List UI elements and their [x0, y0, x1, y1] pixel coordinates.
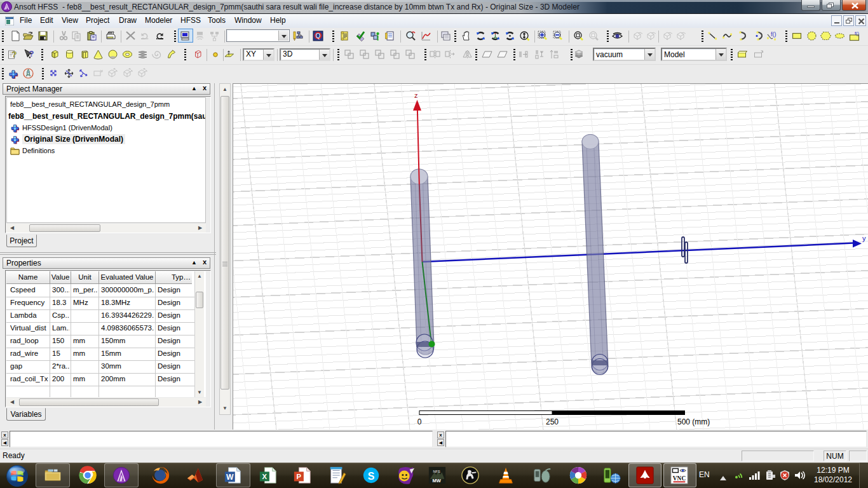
svg-text:z: z [414, 92, 418, 99]
svg-text:Q: Q [316, 32, 321, 39]
svg-text:?: ? [29, 49, 34, 58]
svg-text:500 (mm): 500 (mm) [677, 417, 710, 426]
svg-text:NFS: NFS [433, 470, 440, 473]
svg-text:X: X [262, 473, 268, 480]
svg-text:y: y [862, 234, 866, 242]
svg-text:f(): f() [771, 31, 776, 37]
svg-text:S: S [368, 471, 375, 482]
svg-text:VNC: VNC [673, 475, 686, 482]
svg-text:P: P [297, 473, 302, 480]
svg-text:W: W [226, 473, 234, 482]
svg-text:MW: MW [433, 478, 442, 484]
svg-text:0: 0 [417, 417, 422, 426]
svg-text:?: ? [12, 50, 17, 59]
svg-text:f(): f() [855, 30, 860, 36]
svg-text:250: 250 [546, 417, 559, 426]
